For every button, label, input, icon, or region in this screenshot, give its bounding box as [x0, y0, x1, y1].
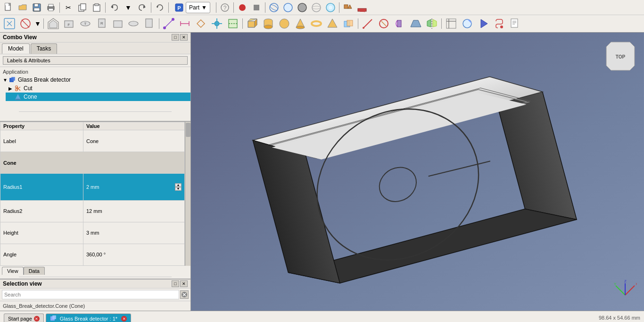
- view-sphere[interactable]: [281, 1, 295, 14]
- view-grey[interactable]: [296, 1, 309, 14]
- help-button[interactable]: ?: [218, 1, 231, 14]
- workbench-dropdown[interactable]: Part ▼: [186, 2, 210, 13]
- part-sphere[interactable]: [277, 16, 292, 31]
- view-top[interactable]: T: [78, 16, 93, 31]
- undo-button[interactable]: [107, 1, 121, 14]
- view-home[interactable]: [267, 1, 281, 14]
- svg-text:X: X: [636, 282, 637, 286]
- save-button[interactable]: [30, 1, 43, 14]
- labels-attributes-btn[interactable]: Labels & Attributes: [3, 56, 188, 65]
- move1[interactable]: [193, 16, 208, 31]
- property-scrollbar[interactable]: [185, 122, 190, 266]
- view-left[interactable]: [142, 16, 157, 31]
- selection-minimize[interactable]: □: [172, 280, 179, 287]
- section[interactable]: [225, 16, 240, 31]
- revolve[interactable]: [392, 16, 407, 31]
- selection-header-btns: □ ✕: [172, 280, 188, 287]
- view-bottom[interactable]: [126, 16, 141, 31]
- combo-close[interactable]: ✕: [180, 34, 188, 41]
- measure1[interactable]: [161, 16, 176, 31]
- prop-value-height[interactable]: 3 mm: [83, 222, 184, 244]
- prop-value-radius1[interactable]: 2 mm ▲ ▼: [83, 174, 184, 201]
- clear-search-button[interactable]: [180, 290, 189, 299]
- view-home2[interactable]: [46, 16, 61, 31]
- selection-view-title: Selection view: [3, 280, 42, 287]
- tab-tasks[interactable]: Tasks: [31, 43, 58, 54]
- render1[interactable]: [460, 16, 475, 31]
- mirror[interactable]: [424, 16, 439, 31]
- tab-data[interactable]: Data: [24, 267, 45, 275]
- combo-minimize[interactable]: □: [172, 34, 179, 41]
- tab-model[interactable]: Model: [2, 43, 30, 54]
- open-button[interactable]: [16, 1, 29, 14]
- print-button[interactable]: [44, 1, 58, 14]
- measure3[interactable]: [444, 16, 459, 31]
- close-start-page[interactable]: ✕: [34, 316, 40, 322]
- view-render[interactable]: [324, 1, 337, 14]
- model-tasks-tabs: Model Tasks: [0, 42, 190, 54]
- view-wire[interactable]: [310, 1, 323, 14]
- viewport[interactable]: TOP X Y Z: [191, 33, 644, 311]
- spin-down-radius1[interactable]: ▼: [175, 187, 182, 191]
- close-glass-break-tab[interactable]: ✕: [121, 316, 127, 322]
- start-page-tab[interactable]: Start page ✕: [4, 314, 44, 322]
- svg-text:Y: Y: [614, 282, 617, 286]
- sep11: [242, 18, 243, 29]
- view-no-go[interactable]: [18, 16, 33, 31]
- animate[interactable]: [476, 16, 491, 31]
- labels-section: Labels & Attributes: [0, 54, 190, 67]
- view-front[interactable]: F: [62, 16, 77, 31]
- tree-cut-item[interactable]: ▶ Cut: [6, 84, 190, 93]
- selection-view-header: Selection view □ ✕: [0, 280, 190, 288]
- cut-button[interactable]: ✂: [62, 1, 75, 14]
- search-input[interactable]: [2, 290, 179, 299]
- stop-button[interactable]: [250, 1, 263, 14]
- view-dropdown[interactable]: ▼: [34, 17, 41, 30]
- nav-cube[interactable]: TOP: [602, 37, 639, 76]
- copy-button[interactable]: [76, 1, 89, 14]
- measure2[interactable]: [177, 16, 192, 31]
- part-cylinder[interactable]: [261, 16, 276, 31]
- refresh-button[interactable]: [153, 1, 166, 14]
- view-right[interactable]: R: [94, 16, 109, 31]
- part-icon: [8, 76, 16, 84]
- prop-value-radius2[interactable]: 12 mm: [83, 200, 184, 222]
- paste-button[interactable]: [90, 1, 103, 14]
- view-fit-all[interactable]: [2, 16, 17, 31]
- svg-rect-4: [34, 8, 40, 11]
- sketch2[interactable]: [376, 16, 391, 31]
- extra1[interactable]: [341, 1, 355, 14]
- explode[interactable]: [209, 16, 224, 31]
- new-button[interactable]: [2, 1, 15, 14]
- tab-view[interactable]: View: [2, 267, 24, 275]
- sketch1[interactable]: [360, 16, 375, 31]
- prop-value[interactable]: Cone: [83, 130, 184, 152]
- part-torus[interactable]: [309, 16, 324, 31]
- selection-close[interactable]: ✕: [180, 280, 188, 287]
- view-rear[interactable]: [110, 16, 125, 31]
- glass-break-tab[interactable]: Glass Break detector : 1* ✕: [46, 314, 131, 322]
- search-row: [0, 288, 190, 301]
- redo-button[interactable]: [136, 1, 149, 14]
- undo-dropdown[interactable]: ▼: [122, 1, 135, 14]
- tree-cone-item[interactable]: Cone: [6, 93, 190, 101]
- part-bool[interactable]: [341, 16, 356, 31]
- svg-text:Z: Z: [624, 279, 627, 283]
- record-button[interactable]: [236, 1, 249, 14]
- report[interactable]: [508, 16, 523, 31]
- svg-marker-73: [328, 19, 337, 27]
- part-prism[interactable]: [325, 16, 340, 31]
- extra2[interactable]: ⟶: [355, 1, 369, 14]
- prop-value-angle[interactable]: 360,00 °: [83, 244, 184, 265]
- part-box[interactable]: [245, 16, 260, 31]
- part-cone[interactable]: [293, 16, 308, 31]
- spin-buttons-radius1: ▲ ▼: [175, 183, 182, 191]
- section-label: Cone: [0, 152, 185, 174]
- tree-root-item[interactable]: ▼ Glass Break detector: [0, 76, 190, 84]
- svg-point-77: [363, 27, 364, 29]
- loft[interactable]: [408, 16, 423, 31]
- prop-label-radius1: Radius1: [0, 174, 83, 201]
- python[interactable]: [492, 16, 507, 31]
- svg-rect-75: [347, 20, 353, 26]
- spin-up-radius1[interactable]: ▲: [175, 183, 182, 187]
